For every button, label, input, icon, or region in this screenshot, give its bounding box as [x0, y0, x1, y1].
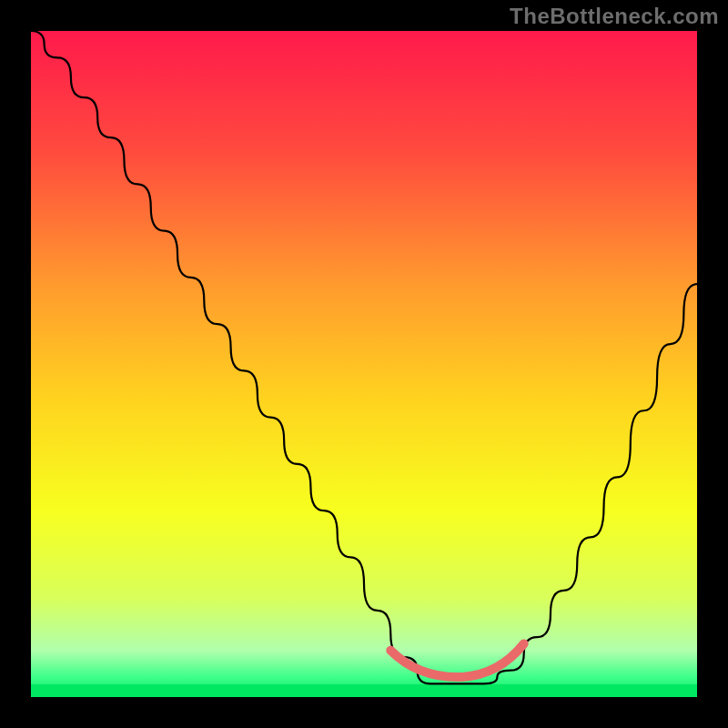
green-strip	[31, 684, 697, 697]
watermark-text: TheBottleneck.com	[510, 4, 719, 29]
chart-frame: TheBottleneck.com	[0, 0, 728, 728]
plot-background	[31, 31, 697, 697]
chart-canvas	[0, 0, 728, 728]
